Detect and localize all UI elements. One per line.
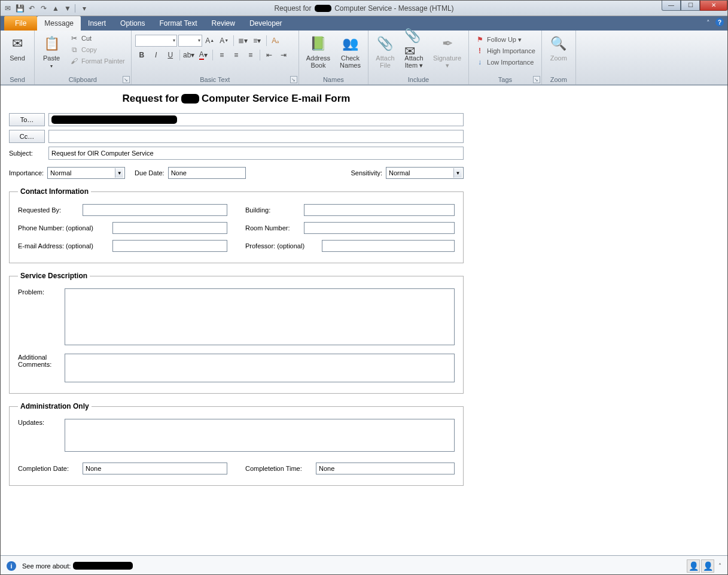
room-label: Room Number: xyxy=(245,224,299,232)
group-names-label: Names xyxy=(303,75,364,84)
redo-icon[interactable]: ↷ xyxy=(39,4,48,13)
shrink-font-button[interactable]: A▼ xyxy=(218,34,231,47)
font-size-combo[interactable]: ▾ xyxy=(178,35,202,47)
numbering-button[interactable]: ≡▾ xyxy=(251,34,264,47)
subject-row: Subject: xyxy=(9,147,464,160)
tab-developer[interactable]: Developer xyxy=(242,16,290,31)
group-tags: ⚑Follow Up ▾ !High Importance ↓Low Impor… xyxy=(469,31,542,84)
follow-up-button[interactable]: ⚑Follow Up ▾ xyxy=(473,34,538,45)
subject-input[interactable] xyxy=(48,147,464,160)
tab-review[interactable]: Review xyxy=(205,16,242,31)
group-basic-text: ▾ ▾ A▲ A▼ ≣▾ ≡▾ Aₐ B I U ab▾ A▾ ≡ ≡ ≡ xyxy=(132,31,299,84)
attach-item-button[interactable]: 📎✉ Attach Item ▾ xyxy=(401,32,427,69)
tab-options[interactable]: Options xyxy=(113,16,152,31)
decrease-indent-button[interactable]: ⇤ xyxy=(263,48,276,61)
align-left-button[interactable]: ≡ xyxy=(215,48,229,61)
save-icon[interactable]: 💾 xyxy=(15,4,25,13)
room-input[interactable] xyxy=(304,222,455,234)
check-names-button[interactable]: 👥 Check Names xyxy=(336,32,364,69)
format-painter-icon: 🖌 xyxy=(69,56,79,66)
tags-dialog-launcher[interactable]: ↘ xyxy=(533,76,540,83)
ribbon-help-area: ˄ ? xyxy=(703,18,724,28)
expand-people-pane-icon[interactable]: ˄ xyxy=(715,562,724,570)
separator xyxy=(212,50,213,60)
qat-separator xyxy=(75,4,77,13)
importance-label: Importance: xyxy=(9,169,44,177)
attach-file-button[interactable]: 📎 Attach File xyxy=(372,32,398,69)
signature-button[interactable]: ✒ Signature ▾ xyxy=(430,32,465,69)
group-basic-text-label: Basic Text xyxy=(135,75,295,84)
paste-button[interactable]: 📋 Paste▾ xyxy=(38,32,65,70)
bullets-button[interactable]: ≣▾ xyxy=(236,34,249,47)
avatar-icon[interactable]: 👤 xyxy=(701,559,714,573)
bold-button[interactable]: B xyxy=(135,48,148,61)
title-suffix: Computer Service - Message (HTML) xyxy=(334,4,453,13)
email-input[interactable] xyxy=(112,240,227,252)
cc-input[interactable] xyxy=(48,130,464,143)
comments-label: Additional Comments: xyxy=(18,354,60,368)
completion-time-input[interactable]: None xyxy=(316,463,455,474)
to-input[interactable] xyxy=(48,113,464,126)
problem-label: Problem: xyxy=(18,288,60,296)
italic-button[interactable]: I xyxy=(150,48,163,61)
tags-buttons: ⚑Follow Up ▾ !High Importance ↓Low Impor… xyxy=(473,32,538,68)
undo-icon[interactable]: ↶ xyxy=(27,4,36,13)
clear-format-button[interactable]: Aₐ xyxy=(269,34,282,47)
help-icon[interactable]: ? xyxy=(715,18,724,26)
avatar-icon[interactable]: 👤 xyxy=(687,559,700,573)
tab-message[interactable]: Message xyxy=(37,16,81,31)
completion-time-label: Completetion Time: xyxy=(245,465,311,472)
minimize-ribbon-icon[interactable]: ˄ xyxy=(703,18,713,28)
copy-button[interactable]: ⧉Copy xyxy=(67,44,127,55)
font-color-button[interactable]: A▾ xyxy=(197,48,210,61)
next-item-icon[interactable]: ▼ xyxy=(63,4,72,13)
font-family-combo[interactable]: ▾ xyxy=(135,35,177,47)
phone-input[interactable] xyxy=(112,222,227,234)
requested-by-input[interactable] xyxy=(83,204,227,216)
group-send: ✉ Send Send xyxy=(1,31,35,84)
building-input[interactable] xyxy=(304,204,455,216)
maximize-button[interactable]: ☐ xyxy=(681,0,700,11)
font-row: ▾ ▾ A▲ A▼ ≣▾ ≡▾ Aₐ xyxy=(135,34,282,47)
low-importance-button[interactable]: ↓Low Importance xyxy=(473,57,538,68)
tab-format-text[interactable]: Format Text xyxy=(152,16,204,31)
qat-customize-icon[interactable]: ▾ xyxy=(80,4,89,13)
format-painter-button[interactable]: 🖌Format Painter xyxy=(67,56,127,66)
zoom-button[interactable]: 🔍 Zoom xyxy=(546,32,572,62)
prev-item-icon[interactable]: ▲ xyxy=(51,4,60,13)
send-button[interactable]: ✉ Send xyxy=(4,32,31,62)
comments-input[interactable] xyxy=(65,354,455,382)
completion-date-input[interactable]: None xyxy=(83,463,227,474)
problem-input[interactable] xyxy=(65,288,455,345)
group-clipboard: 📋 Paste▾ ✂Cut ⧉Copy 🖌Format Painter Clip… xyxy=(35,31,132,84)
zoom-icon: 🔍 xyxy=(549,34,568,53)
cc-button[interactable]: Cc… xyxy=(9,130,45,143)
minimize-button[interactable]: — xyxy=(662,0,681,11)
highlight-button[interactable]: ab▾ xyxy=(182,48,196,61)
basic-text-dialog-launcher[interactable]: ↘ xyxy=(290,76,297,83)
increase-indent-button[interactable]: ⇥ xyxy=(277,48,290,61)
align-center-button[interactable]: ≡ xyxy=(230,48,243,61)
service-legend: Service Description xyxy=(18,272,90,280)
window-title: Request for Computer Service - Message (… xyxy=(1,4,727,13)
cut-button[interactable]: ✂Cut xyxy=(67,33,127,44)
due-date-field: Due Date: None xyxy=(135,167,246,179)
importance-select[interactable]: Normal▼ xyxy=(47,167,125,179)
high-importance-button[interactable]: !High Importance xyxy=(473,45,538,56)
updates-input[interactable] xyxy=(65,419,455,452)
attach-file-icon: 📎 xyxy=(376,34,395,53)
message-body: Request for Computer Service E-mail Form… xyxy=(1,86,727,555)
file-tab[interactable]: File xyxy=(4,16,37,31)
to-button[interactable]: To… xyxy=(9,113,45,126)
redacted-form-word xyxy=(181,94,199,104)
tab-insert[interactable]: Insert xyxy=(81,16,113,31)
grow-font-button[interactable]: A▲ xyxy=(203,34,217,47)
close-button[interactable]: ✕ xyxy=(700,0,727,11)
align-right-button[interactable]: ≡ xyxy=(244,48,257,61)
sensitivity-select[interactable]: Normal▼ xyxy=(386,167,464,179)
due-date-input[interactable]: None xyxy=(168,167,246,179)
professor-input[interactable] xyxy=(322,240,455,252)
clipboard-dialog-launcher[interactable]: ↘ xyxy=(123,76,130,83)
address-book-button[interactable]: 📗 Address Book xyxy=(303,32,334,69)
underline-button[interactable]: U xyxy=(164,48,177,61)
